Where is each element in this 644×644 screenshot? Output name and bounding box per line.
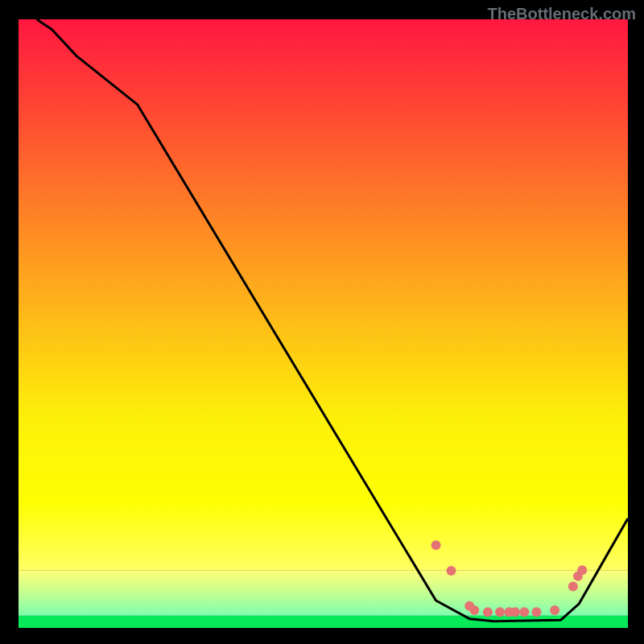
chart-background <box>19 19 628 628</box>
data-point <box>550 605 559 615</box>
bottleneck-chart <box>0 0 644 644</box>
data-point <box>568 582 578 592</box>
data-point <box>519 607 529 617</box>
data-point <box>495 607 505 617</box>
watermark-text: TheBottleneck.com <box>488 5 636 23</box>
data-point <box>510 607 520 617</box>
data-point <box>446 566 456 576</box>
data-point <box>469 605 479 615</box>
svg-rect-0 <box>19 19 628 570</box>
data-point <box>483 607 493 617</box>
svg-rect-2 <box>19 616 628 628</box>
data-point <box>577 565 587 575</box>
data-point <box>531 607 541 617</box>
data-point <box>431 540 441 550</box>
